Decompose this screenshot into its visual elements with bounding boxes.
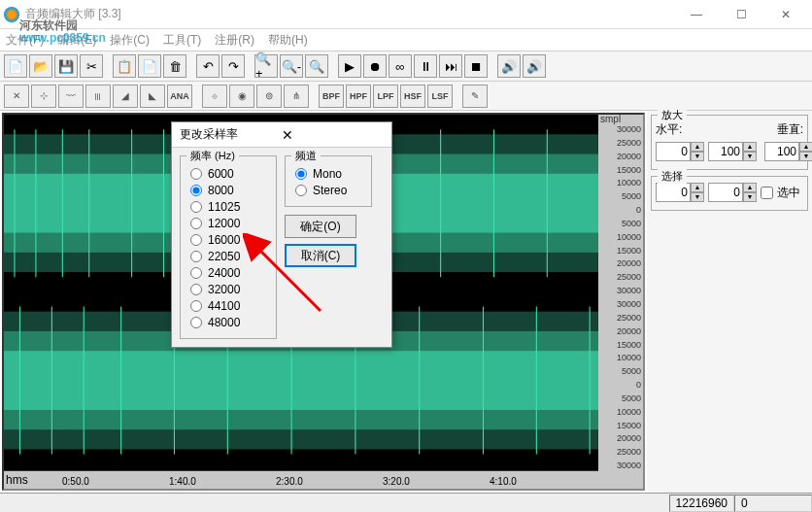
- delete-button[interactable]: 🗑: [163, 54, 186, 78]
- skip-button[interactable]: ⏭: [439, 54, 462, 78]
- radio-freq-44100[interactable]: 44100: [190, 299, 266, 313]
- radio-freq-11025[interactable]: 11025: [190, 200, 266, 214]
- ruler-vertical: smpl 30000250002000015000100005000050001…: [598, 115, 643, 489]
- menu-file[interactable]: 文件(F): [6, 32, 44, 49]
- open-button[interactable]: 📂: [29, 54, 52, 78]
- status-pos: 12216960: [669, 495, 734, 512]
- speaker-left-icon[interactable]: 🔊: [497, 54, 521, 78]
- fx-9[interactable]: ⊚: [256, 85, 282, 108]
- zoom-out-button[interactable]: 🔍-: [280, 54, 303, 78]
- radio-stereo[interactable]: Stereo: [295, 184, 361, 197]
- horiz-label: 水平:: [656, 121, 682, 138]
- pause-button[interactable]: ⏸: [414, 54, 437, 78]
- radio-freq-16000[interactable]: 16000: [190, 233, 266, 247]
- horiz-start-spin[interactable]: ▲▼: [656, 142, 704, 161]
- menu-help[interactable]: 帮助(H): [268, 32, 308, 49]
- dialog-title: 更改采样率: [180, 126, 282, 143]
- paste-button[interactable]: 📄: [138, 54, 161, 78]
- sel-start-spin[interactable]: ▲▼: [656, 183, 704, 202]
- fx-lpf[interactable]: LPF: [373, 85, 398, 108]
- speaker-right-icon[interactable]: 🔊: [523, 54, 546, 78]
- menubar: 文件(F) 编辑(E) 操作(C) 工具(T) 注册(R) 帮助(H): [0, 29, 812, 51]
- fx-10[interactable]: ⋔: [284, 85, 309, 108]
- fx-6[interactable]: ◣: [140, 85, 165, 108]
- play-button[interactable]: ▶: [338, 54, 361, 78]
- fx-4[interactable]: ⫼: [85, 85, 111, 108]
- channel-fieldset: 频道 Mono Stereo: [285, 155, 372, 207]
- cut-button[interactable]: ✂: [80, 54, 103, 78]
- fx-5[interactable]: ◢: [113, 85, 138, 108]
- fx-3[interactable]: 〰: [58, 85, 84, 108]
- window-title: 音频编辑大师 [3.3]: [25, 6, 674, 22]
- redo-button[interactable]: ↷: [221, 54, 245, 78]
- ruler-horizontal: hms 0:50.01:40.02:30.03:20.04:10.0: [4, 471, 598, 489]
- minimize-button[interactable]: —: [674, 0, 719, 29]
- maximize-button[interactable]: ☐: [719, 0, 763, 29]
- cancel-button[interactable]: 取消(C): [285, 244, 356, 267]
- menu-operate[interactable]: 操作(C): [110, 32, 150, 49]
- dialog-close-button[interactable]: ✕: [282, 127, 384, 143]
- copy-button[interactable]: 📋: [113, 54, 136, 78]
- fx-bpf[interactable]: BPF: [319, 85, 344, 108]
- fx-hsf[interactable]: HSF: [400, 85, 425, 108]
- svg-rect-22: [4, 351, 643, 410]
- sel-checkbox[interactable]: 选中: [761, 185, 800, 201]
- vert-spin[interactable]: ▲▼: [764, 142, 812, 161]
- new-button[interactable]: 📄: [4, 54, 27, 78]
- ok-button[interactable]: 确定(O): [285, 215, 356, 238]
- zoom-fit-button[interactable]: 🔍: [305, 54, 328, 78]
- radio-freq-48000[interactable]: 48000: [190, 316, 266, 329]
- undo-button[interactable]: ↶: [196, 54, 220, 78]
- radio-freq-12000[interactable]: 12000: [190, 217, 266, 230]
- stop-button[interactable]: ⏹: [464, 54, 488, 78]
- radio-freq-22050[interactable]: 22050: [190, 250, 266, 263]
- status-total: 0: [734, 495, 812, 512]
- fx-hpf[interactable]: HPF: [346, 85, 371, 108]
- app-icon: [4, 7, 19, 22]
- menu-edit[interactable]: 编辑(E): [57, 32, 96, 49]
- fx-pen[interactable]: ✎: [462, 85, 488, 108]
- radio-mono[interactable]: Mono: [295, 167, 361, 181]
- zoom-in-button[interactable]: 🔍+: [254, 54, 278, 78]
- fx-2[interactable]: ⊹: [31, 85, 56, 108]
- record-button[interactable]: ⏺: [363, 54, 387, 78]
- fx-8[interactable]: ◉: [229, 85, 254, 108]
- radio-freq-32000[interactable]: 32000: [190, 283, 266, 296]
- right-panel: 放大 水平: 垂直: ▲▼ ▲▼ ▲▼ 选择 ▲▼ ▲▼ 选中: [647, 111, 812, 493]
- menu-tools[interactable]: 工具(T): [163, 32, 201, 49]
- select-group: 选择 ▲▼ ▲▼ 选中: [651, 176, 808, 211]
- statusbar: 12216960 0: [0, 493, 812, 512]
- radio-freq-6000[interactable]: 6000: [190, 167, 266, 181]
- menu-register[interactable]: 注册(R): [215, 32, 254, 49]
- frequency-fieldset: 频率 (Hz) 60008000110251200016000220502400…: [180, 155, 277, 339]
- zoom-group: 放大 水平: 垂直: ▲▼ ▲▼ ▲▼: [651, 115, 808, 170]
- radio-freq-24000[interactable]: 24000: [190, 266, 266, 280]
- fx-ana[interactable]: ANA: [167, 85, 192, 108]
- save-button[interactable]: 💾: [54, 54, 78, 78]
- loop-button[interactable]: ∞: [389, 54, 412, 78]
- sel-end-spin[interactable]: ▲▼: [708, 183, 757, 202]
- radio-freq-8000[interactable]: 8000: [190, 184, 266, 197]
- vert-label: 垂直:: [777, 121, 803, 138]
- fx-7[interactable]: ⟐: [202, 85, 227, 108]
- toolbar-main: 📄 📂 💾 ✂ 📋 📄 🗑 ↶ ↷ 🔍+ 🔍- 🔍 ▶ ⏺ ∞ ⏸ ⏭ ⏹ 🔊 …: [0, 51, 812, 82]
- close-button[interactable]: ✕: [763, 0, 808, 29]
- dialog-titlebar[interactable]: 更改采样率 ✕: [172, 122, 391, 148]
- horiz-end-spin[interactable]: ▲▼: [708, 142, 757, 161]
- titlebar: 音频编辑大师 [3.3] — ☐ ✕: [0, 0, 812, 29]
- toolbar-effects: ✕ ⊹ 〰 ⫼ ◢ ◣ ANA ⟐ ◉ ⊚ ⋔ BPF HPF LPF HSF …: [0, 82, 812, 111]
- fx-lsf[interactable]: LSF: [427, 85, 453, 108]
- fx-1[interactable]: ✕: [4, 85, 29, 108]
- resample-dialog: 更改采样率 ✕ 频率 (Hz) 600080001102512000160002…: [171, 121, 392, 348]
